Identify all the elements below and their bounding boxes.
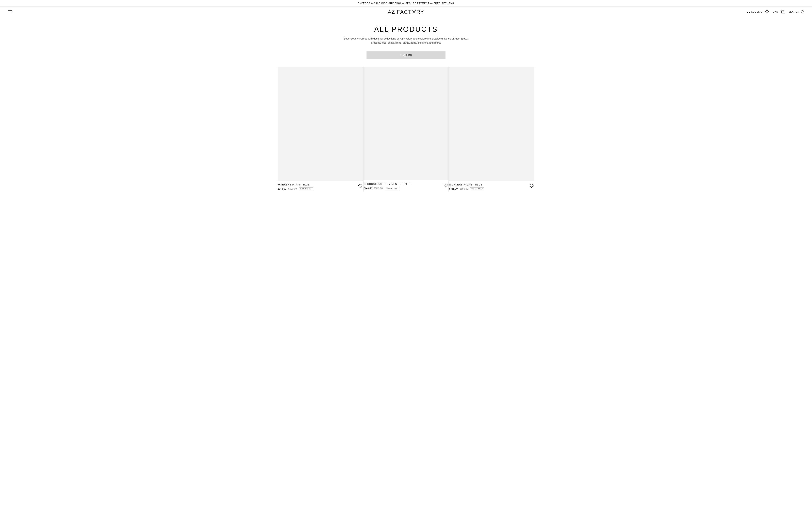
sold-out-badge: SOLD OUT	[299, 187, 313, 191]
search-link[interactable]: SEARCH	[788, 10, 804, 14]
product-name: WORKERS JACKET, BLUE	[449, 183, 534, 186]
page-description-line2: dresses, tops, shirts, skirts, pants, ba…	[371, 41, 441, 44]
product-info: DECONSTRUCTED MINI SKIRT, BLUE €245,00 €…	[364, 180, 448, 191]
product-card[interactable]: WORKERS PANTS, BLUE €343,00 €490,00 SOLD…	[278, 67, 363, 192]
header-left	[8, 11, 12, 13]
product-pricing: €455,00 €650,00 SOLD OUT	[449, 187, 534, 191]
product-original-price: €350,00	[374, 187, 383, 190]
products-grid: WORKERS PANTS, BLUE €343,00 €490,00 SOLD…	[278, 67, 534, 192]
product-card[interactable]: WORKERS JACKET, BLUE €455,00 €650,00 SOL…	[449, 67, 534, 192]
svg-line-6	[803, 13, 803, 13]
heart-icon	[358, 184, 362, 188]
svg-point-1	[413, 12, 414, 12]
wishlist-button[interactable]	[443, 183, 448, 189]
product-name: DECONSTRUCTED MINI SKIRT, BLUE	[364, 183, 448, 185]
page-description: Boost your wardrobe with designer collec…	[278, 37, 534, 45]
cart-icon	[781, 10, 784, 14]
page-content: ALL PRODUCTS Boost your wardrobe with de…	[274, 25, 538, 192]
hamburger-line-2	[8, 12, 12, 12]
product-image	[364, 67, 448, 180]
product-pricing: €245,00 €350,00 SOLD OUT	[364, 187, 448, 190]
logo-face-icon	[412, 10, 416, 14]
product-price: €343,00	[278, 188, 286, 190]
search-label: SEARCH	[788, 11, 799, 13]
heart-icon	[530, 184, 534, 188]
my-lovelist-link[interactable]: MY LOVELIST	[747, 10, 769, 14]
svg-point-0	[412, 10, 416, 14]
wishlist-button[interactable]	[529, 183, 534, 190]
product-original-price: €650,00	[460, 188, 468, 190]
my-lovelist-label: MY LOVELIST	[747, 11, 764, 13]
product-name: WORKERS PANTS, BLUE	[278, 183, 363, 186]
product-info: WORKERS PANTS, BLUE €343,00 €490,00 SOLD…	[278, 181, 363, 192]
product-card[interactable]: DECONSTRUCTED MINI SKIRT, BLUE €245,00 €…	[363, 67, 449, 192]
sold-out-badge: SOLD OUT	[385, 187, 399, 190]
page-title: ALL PRODUCTS	[278, 25, 534, 33]
hamburger-line-3	[8, 13, 12, 13]
site-logo[interactable]: AZ FACT RY	[388, 9, 424, 15]
search-icon	[800, 10, 804, 14]
product-pricing: €343,00 €490,00 SOLD OUT	[278, 187, 363, 191]
announcement-text: EXPRESS WORLDWIDE SHIPPING — SECURE PAYM…	[358, 2, 454, 4]
heart-icon	[444, 183, 448, 188]
cart-link[interactable]: CART	[773, 10, 784, 14]
hamburger-menu-button[interactable]	[8, 11, 12, 13]
page-description-line1: Boost your wardrobe with designer collec…	[344, 37, 469, 40]
product-image	[449, 67, 534, 181]
wishlist-button[interactable]	[357, 183, 363, 190]
svg-point-5	[801, 11, 803, 13]
heart-icon	[765, 10, 769, 14]
product-image	[278, 67, 363, 181]
product-info: WORKERS JACKET, BLUE €455,00 €650,00 SOL…	[449, 181, 534, 192]
header-right: MY LOVELIST CART SEARCH	[747, 10, 804, 14]
svg-point-2	[414, 12, 415, 12]
product-original-price: €490,00	[288, 188, 296, 190]
product-price: €455,00	[449, 188, 458, 190]
hamburger-line-1	[8, 11, 12, 11]
sold-out-badge: SOLD OUT	[470, 187, 485, 191]
logo-text: AZ FACT RY	[388, 9, 424, 15]
filters-button[interactable]: FILTERS	[367, 51, 445, 59]
product-price: €245,00	[364, 187, 372, 190]
cart-label: CART	[773, 11, 780, 13]
announcement-bar: EXPRESS WORLDWIDE SHIPPING — SECURE PAYM…	[0, 0, 812, 6]
site-header: AZ FACT RY MY LOVELIST CART	[0, 6, 812, 17]
